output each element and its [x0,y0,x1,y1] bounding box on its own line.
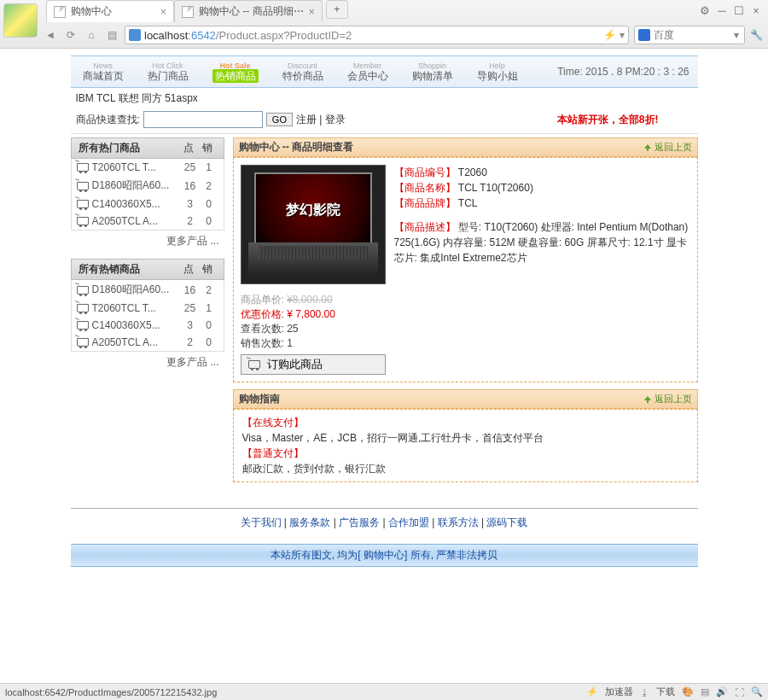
home-button[interactable]: ⌂ [84,27,99,43]
window-close-icon[interactable]: × [749,3,763,17]
cart-icon [77,321,89,330]
window-minimize-icon[interactable]: ─ [715,3,729,17]
url-host: localhost [144,29,188,42]
brand-value: TCL [458,197,478,209]
list-item[interactable]: C1400360X5...30 [72,317,224,334]
auth-links: 注册 | 登录 [296,113,346,127]
item-views: 16 [181,284,200,296]
reload-button[interactable]: ⟳ [63,27,79,43]
chevron-down-icon[interactable]: ▾ [620,29,625,41]
item-name: A2050TCL A... [92,336,181,348]
nav-cn: 热门商品 [148,70,189,82]
item-views: 16 [181,180,200,192]
item-views: 3 [181,319,200,331]
browser-tab-1[interactable]: 购物中心 -- 商品明细⋯ × [174,0,323,22]
item-name: C1400360X5... [92,198,181,210]
desc-label: 【商品描述】 [394,221,456,233]
topnav-item-1[interactable]: Hot Click热门商品 [136,61,201,82]
guide-header: 购物指南 返回上页 [233,389,698,409]
views-label: 查看次数: [241,323,284,335]
search-box[interactable]: ▾ [634,26,745,44]
footer-link[interactable]: 源码下载 [486,516,527,528]
back-link-text: 返回上页 [655,141,692,154]
footer-link[interactable]: 服务条款 [289,516,330,528]
footer-link[interactable]: 联系方法 [438,516,479,528]
topnav-item-4[interactable]: Member会员中心 [335,61,400,82]
item-name: D1860昭阳A60... [92,178,181,193]
window-settings-icon[interactable]: ⚙ [698,3,712,17]
sales-value: 1 [287,337,293,349]
wrench-icon[interactable]: 🔧 [750,29,763,41]
back-link[interactable]: 返回上页 [643,141,692,154]
normal-pay-label: 【普通支付】 [242,447,304,459]
item-sales: 2 [200,180,218,192]
list-item[interactable]: C1400360X5...30 [72,195,224,213]
tab-bar: 购物中心 × 购物中心 -- 商品明细⋯ × + ⚙ ─ ☐ × [0,0,768,22]
item-sales: 0 [200,336,218,348]
bolt-icon[interactable]: ⚡ [603,29,616,41]
item-sales: 2 [200,284,218,296]
more-hot-link[interactable]: 更多产品 ... [166,235,218,247]
url-input[interactable]: localhost:6542/Product.aspx?ProductID=2 … [125,26,629,44]
footer-link[interactable]: 广告服务 [339,516,380,528]
login-link[interactable]: 登录 [325,114,346,125]
new-tab-button[interactable]: + [326,0,348,19]
views-value: 25 [287,323,298,335]
laptop-screen: 梦幻影院 [254,172,372,248]
back-button[interactable]: ◄ [43,27,58,43]
search-input[interactable] [654,29,730,41]
go-button[interactable]: GO [266,113,293,126]
browser-tab-0[interactable]: 购物中心 × [46,0,174,22]
online-pay-label: 【在线支付】 [242,417,304,429]
brand-label: 【商品品牌】 [394,197,456,209]
item-sales: 0 [200,215,218,227]
topnav-item-3[interactable]: Discount特价商品 [271,61,335,82]
order-button-label: 订购此商品 [267,357,323,372]
chevron-down-icon[interactable]: ▾ [734,29,739,41]
list-item[interactable]: T2060TCL T...251 [72,300,224,317]
topnav-item-0[interactable]: News商城首页 [71,61,136,82]
quick-search-label: 商品快速查找: [76,113,140,127]
footer-banner: 本站所有图文, 均为[ 购物中心] 所有, 严禁非法拷贝 [71,544,698,567]
quick-search-row: 商品快速查找: GO 注册 | 登录 本站新开张，全部8折! [71,109,698,134]
item-name: T2060TCL T... [92,302,181,314]
list-item[interactable]: T2060TCL T...251 [72,159,224,176]
list-item[interactable]: D1860昭阳A60...162 [72,280,224,300]
close-icon[interactable]: × [160,6,166,18]
col-views: 点 [179,141,198,155]
item-name: A2050TCL A... [92,215,181,227]
col-sales: 销 [198,141,217,155]
close-icon[interactable]: × [309,6,315,18]
col-views: 点 [179,262,198,277]
topnav-item-2[interactable]: Hot Sale热销商品 [201,61,271,82]
detail-header: 购物中心 -- 商品明细查看 返回上页 [233,137,698,157]
quick-search-input[interactable] [143,111,263,128]
bookmarks-button[interactable]: ▤ [104,27,119,43]
more-sale-link[interactable]: 更多产品 ... [166,356,218,368]
item-sales: 1 [200,302,218,314]
list-item[interactable]: A2050TCL A...20 [72,213,224,230]
page: News商城首页Hot Click热门商品Hot Sale热销商品Discoun… [0,49,768,567]
nav-en: News [83,61,124,70]
window-maximize-icon[interactable]: ☐ [732,3,746,17]
item-sales: 1 [200,161,218,173]
list-item[interactable]: D1860昭阳A60...162 [72,176,224,195]
nav-cn: 商城首页 [83,70,124,82]
footer-link[interactable]: 关于我们 [241,516,282,528]
url-path: /Product.aspx?ProductID=2 [216,29,352,42]
shield-icon [129,29,141,41]
nav-cn: 会员中心 [347,70,388,82]
item-views: 2 [181,336,200,348]
browser-logo [3,3,38,38]
topnav-item-6[interactable]: Help导购小姐 [465,61,530,82]
footer-links: 关于我们 | 服务条款 | 广告服务 | 合作加盟 | 联系方法 | 源码下载 [71,516,698,530]
footer-link[interactable]: 合作加盟 [388,516,429,528]
nav-en: Help [477,61,518,70]
register-link[interactable]: 注册 [296,114,317,125]
topnav-item-5[interactable]: Shoppin购物清单 [400,61,465,82]
nav-en: Member [347,61,388,70]
back-link-guide[interactable]: 返回上页 [643,393,692,405]
product-image[interactable]: 梦幻影院 [241,165,386,284]
list-item[interactable]: A2050TCL A...20 [72,334,224,351]
order-button[interactable]: 订购此商品 [241,354,386,375]
